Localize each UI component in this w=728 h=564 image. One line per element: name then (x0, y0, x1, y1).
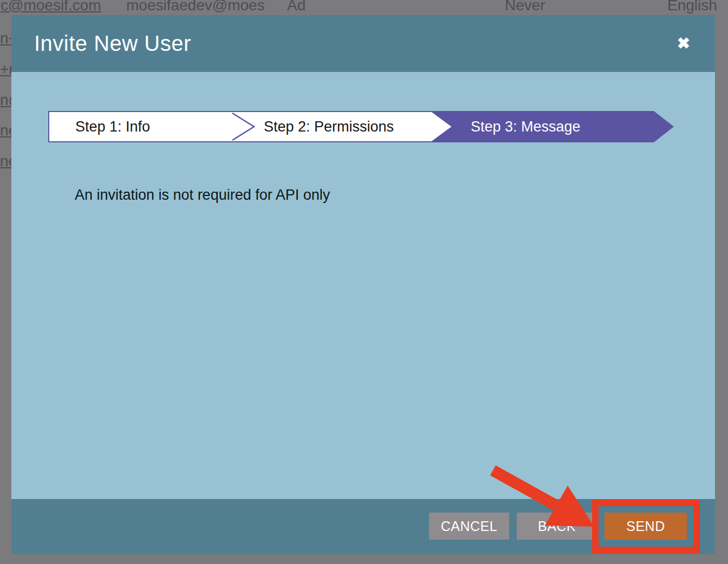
step-wizard: Step 1: Info Step 2: Permissions Step 3:… (48, 111, 674, 142)
tab-step-1-info[interactable]: Step 1: Info (75, 119, 150, 135)
back-button[interactable]: BACK (517, 513, 597, 540)
invite-new-user-modal: Invite New User ✖ Step 1: Info Step 2: P… (11, 15, 715, 554)
modal-header: Invite New User ✖ (11, 15, 715, 72)
bg-table-email-link: c@moesif.com (1, 0, 101, 14)
send-button[interactable]: SEND (604, 513, 687, 540)
close-icon[interactable]: ✖ (677, 36, 690, 51)
modal-title: Invite New User (34, 31, 191, 56)
bg-table-last-seen: Never (505, 0, 545, 14)
tab-step-3-message[interactable]: Step 3: Message (471, 119, 581, 135)
bg-table-language: English (667, 0, 717, 14)
cancel-button[interactable]: CANCEL (429, 513, 509, 540)
tab-step-2-permissions[interactable]: Step 2: Permissions (264, 119, 394, 135)
bg-table-email: moesifaedev@moes (126, 0, 265, 14)
bg-table-role: Ad (287, 0, 306, 14)
modal-footer: CANCEL BACK SEND (11, 499, 715, 554)
api-only-note: An invitation is not required for API on… (75, 187, 330, 204)
modal-body: Step 1: Info Step 2: Permissions Step 3:… (11, 72, 715, 499)
